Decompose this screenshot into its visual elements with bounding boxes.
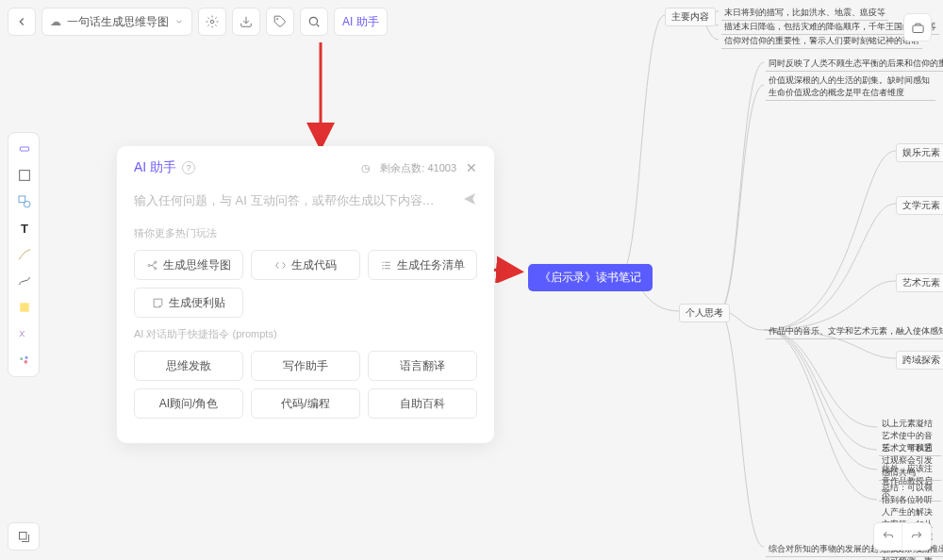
generate-sticky-button[interactable]: 生成便利贴 — [134, 288, 243, 318]
tool-frame[interactable] — [12, 163, 37, 188]
annotation-arrow-1 — [264, 38, 377, 151]
undo-icon — [882, 530, 895, 543]
svg-rect-9 — [24, 359, 28, 364]
mindmap-node[interactable]: 信仰对信仰的重要性，警示人们要时刻铭记神的话语 — [721, 34, 922, 49]
svg-point-6 — [24, 201, 30, 207]
back-button[interactable] — [8, 8, 36, 36]
mindmap-node[interactable]: 娱乐元素 — [896, 143, 943, 162]
svg-point-0 — [210, 20, 214, 24]
mindmap-node[interactable]: 末日将到的描写，比如洪水、地震、瘟疫等 — [721, 6, 888, 21]
gear-icon — [206, 15, 219, 28]
ai-label: AI 助手 — [342, 14, 379, 30]
prompts-label: AI 对话助手快捷指令 (prompts) — [134, 327, 477, 341]
svg-rect-10 — [25, 356, 28, 359]
mindmap-node[interactable]: 同时反映了人类不顾生态平衡的后果和信仰的重要性 — [766, 57, 943, 72]
search-icon — [307, 15, 321, 28]
export-button[interactable] — [232, 8, 260, 36]
svg-rect-7 — [20, 303, 28, 311]
close-button[interactable]: ✕ — [466, 160, 477, 175]
svg-point-2 — [309, 17, 317, 25]
prompt-divergent-button[interactable]: 思维发散 — [134, 351, 243, 381]
undo-button[interactable] — [874, 523, 902, 550]
tag-button[interactable] — [266, 8, 294, 36]
prompt-encyclopedia-button[interactable]: 自助百科 — [368, 388, 477, 419]
left-toolbar: T — [8, 132, 40, 377]
ai-assistant-panel: AI 助手 ? ◷ 剩余点数: 41003 ✕ 猜你更多热门玩法 生成思维导图 … — [117, 146, 494, 443]
svg-rect-11 — [19, 532, 26, 539]
svg-rect-4 — [20, 171, 30, 181]
generate-code-button[interactable]: 生成代码 — [251, 250, 360, 280]
ai-panel-title: AI 助手 — [134, 159, 176, 176]
mindmap-node[interactable]: 价值观深根的人的生活的剧集。缺时间感知生命价值观念的概念是甲在信者维度 — [766, 74, 935, 101]
toolbox-button[interactable] — [903, 13, 932, 41]
mindmap-node[interactable]: 个人思考 — [679, 304, 730, 322]
prompt-ai-role-button[interactable]: AI顾问/角色 — [134, 388, 243, 419]
tool-more[interactable] — [12, 348, 37, 372]
svg-rect-3 — [20, 147, 28, 151]
cloud-icon: ☁ — [50, 15, 61, 28]
svg-rect-17 — [912, 25, 922, 33]
svg-point-16 — [155, 267, 157, 269]
points-remaining: 剩余点数: 41003 — [380, 161, 456, 175]
mindmap-icon — [146, 259, 158, 272]
document-title-dropdown[interactable]: ☁ 一句话生成思维导图 — [41, 8, 192, 36]
svg-point-8 — [20, 357, 23, 360]
tool-pen[interactable] — [12, 242, 37, 267]
tool-text[interactable]: T — [12, 216, 37, 240]
toolbox-icon — [911, 21, 925, 35]
layers-button[interactable] — [8, 522, 40, 551]
tool-shape[interactable] — [12, 189, 37, 214]
generate-mindmap-button[interactable]: 生成思维导图 — [134, 250, 243, 280]
mindmap-root-node[interactable]: 《启示录》读书笔记 — [528, 264, 653, 291]
tool-mindmap[interactable] — [12, 321, 37, 346]
chevron-down-icon — [174, 17, 184, 26]
svg-point-15 — [155, 261, 157, 263]
export-icon — [240, 15, 253, 28]
generate-tasklist-button[interactable]: 生成任务清单 — [368, 250, 477, 280]
undo-redo-group — [873, 522, 932, 551]
mindmap-node[interactable]: 文学元素 — [896, 196, 943, 215]
mindmap-node[interactable]: 作品中的音乐、文学和艺术元素，融入使体感知的情感装饰 — [766, 324, 943, 339]
clock-icon: ◷ — [361, 162, 371, 174]
sticky-icon — [152, 297, 164, 309]
prompt-writing-button[interactable]: 写作助手 — [251, 351, 360, 381]
hot-topics-label: 猜你更多热门玩法 — [134, 226, 477, 240]
prompt-coding-button[interactable]: 代码/编程 — [251, 388, 360, 419]
svg-point-1 — [277, 19, 278, 20]
code-icon — [274, 259, 287, 272]
help-icon[interactable]: ? — [182, 161, 195, 174]
mindmap-node[interactable]: 跨域探索 — [896, 351, 943, 370]
ai-prompt-input[interactable] — [134, 188, 455, 213]
mindmap-node[interactable]: 艺术元素 — [896, 273, 943, 292]
send-icon — [462, 191, 477, 206]
layers-icon — [17, 530, 31, 544]
svg-point-14 — [148, 264, 150, 266]
tasklist-icon — [380, 259, 392, 272]
tool-sticky[interactable] — [12, 295, 37, 320]
search-button[interactable] — [300, 8, 328, 36]
tool-connector[interactable] — [12, 269, 37, 293]
tag-icon — [273, 15, 287, 28]
settings-button[interactable] — [198, 8, 226, 36]
send-button[interactable] — [462, 191, 477, 210]
document-title: 一句话生成思维导图 — [67, 14, 169, 30]
svg-rect-5 — [19, 196, 25, 203]
ai-assistant-toolbar-button[interactable]: AI 助手 — [334, 8, 388, 36]
prompt-translate-button[interactable]: 语言翻译 — [368, 351, 477, 381]
redo-icon — [910, 530, 923, 543]
redo-button[interactable] — [902, 523, 931, 550]
tool-pointer[interactable] — [12, 137, 37, 161]
mindmap-node[interactable]: 主要内容 — [665, 8, 716, 26]
